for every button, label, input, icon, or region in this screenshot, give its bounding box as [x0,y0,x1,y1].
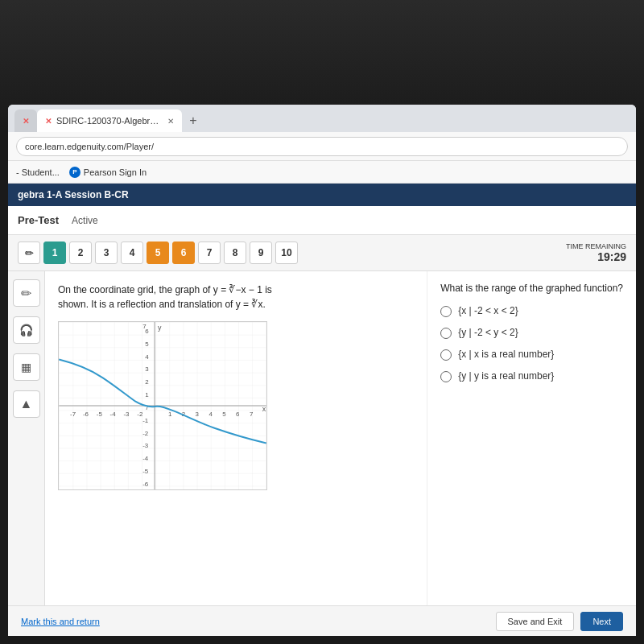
closed-tab[interactable]: ✕ [14,109,37,132]
calculator-icon: ▦ [21,361,31,374]
svg-text:7: 7 [250,411,253,418]
svg-text:y: y [158,324,162,332]
svg-text:6: 6 [236,411,240,418]
q-btn-5[interactable]: 5 [147,242,169,264]
svg-text:-3: -3 [123,411,130,418]
bookmark-pearson[interactable]: P Pearson Sign In [69,167,147,178]
radio-circle-3[interactable] [440,349,452,361]
option-4-text: {y | y is a real number} [458,370,554,382]
browser-window: ✕ ✕ SDIRC-1200370-Algebra 1-A Ses ✕ + - … [8,105,636,636]
pearson-icon: P [69,167,80,178]
tab-close-icon[interactable]: ✕ [167,117,174,126]
option-2[interactable]: {y | -2 < y < 2} [440,327,623,339]
option-4[interactable]: {y | y is a real number} [440,370,623,382]
answer-section: What is the range of the graphed functio… [427,271,636,635]
q-btn-1[interactable]: 1 [43,242,66,264]
tab-favicon-x: ✕ [45,117,52,126]
q-btn-10[interactable]: 10 [275,242,298,264]
answer-question: What is the range of the graphed functio… [440,283,623,294]
save-exit-button[interactable]: Save and Exit [496,612,575,631]
svg-text:4: 4 [208,411,213,418]
q-btn-2[interactable]: 2 [69,242,92,264]
svg-text:-5: -5 [97,411,103,418]
question-nav: ✏ 1 2 3 4 5 6 7 8 [8,235,636,271]
svg-text:1: 1 [168,411,172,418]
main-content: ✏ 🎧 ▦ ▲ On the coordinate grid, the grap… [8,271,636,635]
svg-text:-5: -5 [142,468,149,475]
sidebar-icons: ✏ 🎧 ▦ ▲ [8,271,45,635]
active-tab[interactable]: ✕ SDIRC-1200370-Algebra 1-A Ses ✕ [37,109,182,132]
option-1-text: {x | -2 < x < 2} [458,305,518,316]
calculator-button[interactable]: ▦ [13,353,40,381]
q-btn-8[interactable]: 8 [224,242,246,264]
svg-text:-3: -3 [142,442,149,449]
sub-header: Pre-Test Active [8,206,636,235]
question-text: On the coordinate grid, the graph of y =… [58,283,414,312]
edit-icon-button[interactable]: ✏ [18,242,40,264]
svg-text:x: x [262,405,266,413]
pencil-button[interactable]: ✏ [13,279,40,307]
svg-text:4: 4 [145,353,149,361]
svg-text:-2: -2 [142,430,148,437]
svg-text:5: 5 [222,411,226,418]
pencil-icon: ✏ [21,286,31,301]
headphones-button[interactable]: 🎧 [13,316,40,344]
app-header: gebra 1-A Session B-CR [8,184,636,206]
q-btn-4[interactable]: 4 [121,242,143,264]
bookmarks-bar: - Student... P Pearson Sign In [8,161,636,184]
option-3[interactable]: {x | x is a real number} [440,349,623,361]
address-bar [8,132,636,161]
mark-return-link[interactable]: Mark this and return [21,617,100,626]
svg-text:-1: -1 [142,417,149,424]
svg-text:7: 7 [142,323,146,330]
question-line2: shown. It is a reflection and translatio… [58,299,266,310]
svg-text:-6: -6 [142,481,149,488]
radio-circle-4[interactable] [440,371,452,382]
test-label: Pre-Test [18,214,59,226]
svg-text:1: 1 [145,391,149,398]
time-label: TIME REMAINING [566,242,626,250]
arrow-up-icon: ▲ [20,397,33,411]
graph-svg: 1 2 3 4 5 6 7 x -2 -3 -4 -5 -6 -7 [59,322,266,489]
tab-x-icon: ✕ [23,117,29,126]
option-1[interactable]: {x | -2 < x < 2} [440,305,623,317]
bottom-bar: Mark this and return Save and Exit Next [8,605,636,636]
time-value: 19:29 [566,250,626,263]
radio-circle-1[interactable] [440,306,452,317]
radio-circle-2[interactable] [440,328,452,339]
time-remaining: TIME REMAINING 19:29 [566,242,626,263]
option-3-text: {x | x is a real number} [458,349,554,360]
headphones-icon: 🎧 [19,324,33,336]
q-btn-9[interactable]: 9 [250,242,272,264]
next-button[interactable]: Next [580,612,623,631]
svg-text:2: 2 [145,378,148,386]
svg-text:-6: -6 [83,411,89,418]
svg-text:-7: -7 [70,411,76,418]
svg-text:3: 3 [196,411,200,418]
app-header-title: gebra 1-A Session B-CR [18,189,129,200]
svg-text:-4: -4 [142,455,149,462]
q-btn-6[interactable]: 6 [172,242,195,264]
question-area: On the coordinate grid, the graph of y =… [45,271,427,635]
question-line1: On the coordinate grid, the graph of y =… [58,284,272,295]
tab-bar: ✕ ✕ SDIRC-1200370-Algebra 1-A Ses ✕ + [8,105,636,132]
svg-text:-4: -4 [110,411,117,418]
new-tab-button[interactable]: + [182,109,204,132]
q-btn-7[interactable]: 7 [198,242,221,264]
option-2-text: {y | -2 < y < 2} [458,327,518,338]
arrow-up-button[interactable]: ▲ [13,390,40,418]
bookmark-student-label: - Student... [16,167,60,177]
status-label: Active [72,215,98,226]
page-content: gebra 1-A Session B-CR Pre-Test Active ✏… [8,184,636,636]
svg-text:3: 3 [145,365,149,373]
bookmark-student[interactable]: - Student... [16,167,60,177]
q-btn-3[interactable]: 3 [95,242,118,264]
tab-label: SDIRC-1200370-Algebra 1-A Ses [56,116,163,126]
address-input[interactable] [16,137,628,156]
svg-text:5: 5 [145,341,149,348]
graph-container: 1 2 3 4 5 6 7 x -2 -3 -4 -5 -6 -7 [58,321,267,490]
bookmark-pearson-label: Pearson Sign In [84,167,147,177]
